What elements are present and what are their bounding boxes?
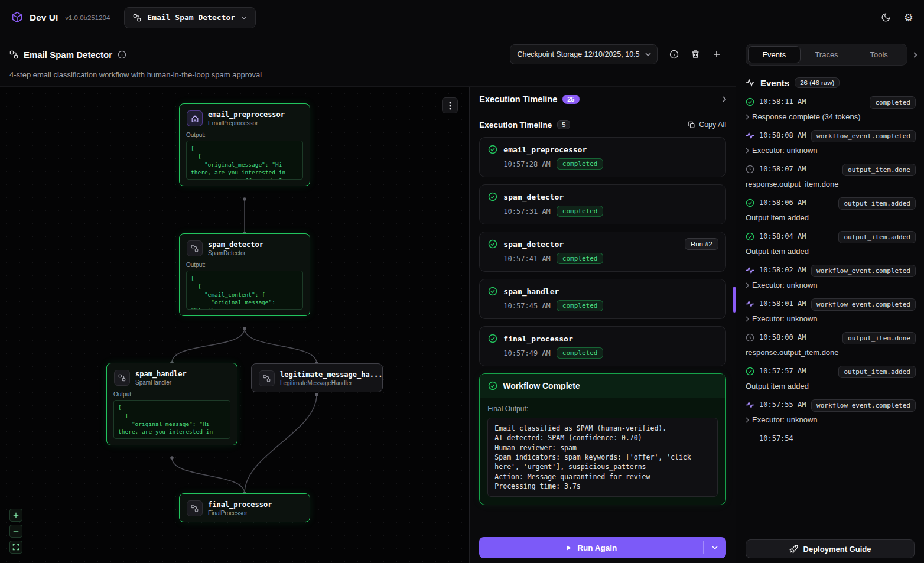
- run-options-button[interactable]: [704, 537, 726, 558]
- event-item[interactable]: 10:58:11 AM completed Response complete …: [746, 96, 916, 121]
- workflow-selector-label: Email Spam Detector: [147, 13, 235, 22]
- checkpoint-info-button[interactable]: [669, 50, 679, 59]
- chevron-right-icon[interactable]: [746, 282, 749, 288]
- run-again-split-button: Run Again: [479, 537, 726, 558]
- chevron-right-icon[interactable]: [746, 148, 749, 154]
- timeline-item[interactable]: spam_handler 10:57:45 AM completed: [479, 279, 726, 319]
- timeline-item[interactable]: final_processor 10:57:49 AM completed: [479, 326, 726, 366]
- workflow-canvas[interactable]: email_preprocessor EmailPreprocessor Out…: [0, 87, 470, 563]
- zoom-out-button[interactable]: [9, 525, 22, 538]
- zoom-in-button[interactable]: [9, 509, 22, 522]
- node-name: spam_handler: [135, 370, 187, 378]
- page-title: Email Spam Detector: [24, 50, 112, 60]
- run-number-badge: Run #2: [685, 238, 718, 250]
- collapse-panel-button[interactable]: [913, 52, 917, 58]
- status-badge: completed: [557, 158, 604, 170]
- node-spam-detector[interactable]: spam_detector SpamDetector Output: [ { "…: [179, 233, 310, 316]
- executor-name: final_processor: [503, 334, 572, 343]
- gear-icon: ⚙: [904, 12, 913, 23]
- copy-all-label: Copy All: [699, 121, 726, 129]
- check-circle-icon: [488, 145, 497, 154]
- node-name: spam_detector: [208, 240, 263, 249]
- event-type-badge: workflow_event.completed: [811, 130, 916, 142]
- collapse-timeline-button[interactable]: [723, 96, 726, 102]
- chevron-right-icon[interactable]: [746, 114, 749, 120]
- delete-button[interactable]: [691, 50, 700, 59]
- event-type-badge: workflow_event.completed: [811, 298, 916, 311]
- event-time: 10:58:02 AM: [759, 265, 806, 275]
- copy-all-button[interactable]: Copy All: [688, 121, 726, 129]
- tab-traces[interactable]: Traces: [801, 46, 853, 63]
- add-button[interactable]: [712, 50, 721, 59]
- dark-mode-toggle[interactable]: [881, 12, 891, 22]
- event-item[interactable]: 10:58:01 AM workflow_event.completed Exe…: [746, 298, 916, 323]
- node-name: legitimate_message_ha...: [280, 370, 382, 379]
- event-detail-text: Response complete (34 tokens): [752, 112, 861, 121]
- scrollbar-thumb[interactable]: [733, 287, 736, 313]
- check-circle-icon: [488, 381, 497, 390]
- tab-tools[interactable]: Tools: [853, 46, 905, 63]
- workflow-icon: [187, 240, 203, 256]
- event-detail-text: response.output_item.done: [746, 180, 839, 188]
- event-time: 10:58:11 AM: [759, 96, 865, 106]
- event-detail-text: Output item added: [746, 247, 809, 256]
- events-list[interactable]: 10:58:11 AM completed Response complete …: [736, 94, 924, 536]
- timeline-panel-title: Execution Timeline: [479, 95, 557, 104]
- executor-name: spam_detector: [503, 193, 564, 201]
- workflow-icon: [133, 14, 141, 22]
- node-final-processor[interactable]: final_processor FinalProcessor: [179, 493, 310, 522]
- node-spam-handler[interactable]: spam_handler SpamHandler Output: [ { "or…: [106, 363, 237, 445]
- event-time: 10:57:57 AM: [759, 366, 834, 376]
- events-title: Events: [760, 78, 789, 88]
- run-again-button[interactable]: Run Again: [479, 537, 703, 558]
- event-item[interactable]: 10:57:57 AM output_item.added Output ite…: [746, 366, 916, 390]
- settings-button[interactable]: ⚙: [904, 12, 913, 23]
- event-item[interactable]: 10:58:02 AM workflow_event.completed Exe…: [746, 265, 916, 289]
- event-item[interactable]: 10:57:55 AM workflow_event.completed Exe…: [746, 399, 916, 424]
- event-item[interactable]: 10:58:04 AM output_item.added Output ite…: [746, 231, 916, 256]
- chevron-right-icon[interactable]: [746, 316, 749, 322]
- panel-tabs: Events Traces Tools: [746, 44, 907, 66]
- checkpoint-select[interactable]: Checkpoint Storage 12/10/2025, 10:5: [510, 44, 658, 64]
- timeline-item[interactable]: spam_detector 10:57:31 AM completed: [479, 184, 726, 224]
- timeline-section-count-badge: 5: [557, 120, 570, 129]
- event-item[interactable]: 10:58:08 AM workflow_event.completed Exe…: [746, 130, 916, 155]
- chevron-right-icon[interactable]: [746, 417, 749, 423]
- deployment-guide-label: Deployment Guide: [803, 545, 871, 554]
- executor-name: spam_detector: [503, 240, 564, 249]
- execution-time: 10:57:28 AM: [503, 160, 550, 168]
- fit-view-button[interactable]: [9, 541, 22, 554]
- workflow-selector[interactable]: Email Spam Detector: [124, 7, 256, 28]
- execution-time: 10:57:45 AM: [503, 302, 550, 310]
- check-circle-icon: [488, 192, 497, 201]
- chevron-down-icon: [712, 546, 718, 549]
- node-legitimate-message-handler[interactable]: legitimate_message_ha... LegitimateMessa…: [251, 363, 383, 392]
- timeline-item[interactable]: email_preprocessor 10:57:28 AM completed: [479, 137, 726, 177]
- event-detail-text: Output item added: [746, 382, 809, 390]
- app-version: v1.0.0b251204: [65, 14, 110, 21]
- event-type-badge: completed: [870, 96, 916, 109]
- event-time: 10:58:01 AM: [759, 298, 806, 308]
- event-type-icon: [746, 266, 754, 275]
- tab-events[interactable]: Events: [748, 46, 801, 63]
- event-item[interactable]: 10:58:07 AM output_item.done response.ou…: [746, 164, 916, 188]
- status-badge: completed: [557, 300, 604, 311]
- event-item[interactable]: 10:57:54: [746, 433, 916, 443]
- top-bar: Dev UI v1.0.0b251204 Email Spam Detector…: [0, 0, 924, 35]
- timeline-item[interactable]: spam_detector 10:57:41 AM completed Run …: [479, 232, 726, 272]
- check-circle-icon: [488, 287, 497, 296]
- chevron-down-icon: [645, 53, 651, 56]
- execution-time: 10:57:49 AM: [503, 349, 550, 357]
- node-type: EmailPreprocessor: [208, 120, 285, 126]
- canvas-menu-button[interactable]: [442, 97, 458, 113]
- home-icon: [187, 110, 203, 126]
- deployment-guide-button[interactable]: Deployment Guide: [746, 539, 915, 558]
- node-email-preprocessor[interactable]: email_preprocessor EmailPreprocessor Out…: [179, 103, 310, 186]
- node-name: email_preprocessor: [208, 110, 285, 119]
- event-type-badge: workflow_event.completed: [811, 399, 916, 412]
- app-title: Dev UI: [30, 12, 58, 23]
- event-item[interactable]: 10:58:06 AM output_item.added Output ite…: [746, 197, 916, 222]
- workflow-info-button[interactable]: [118, 50, 126, 59]
- workflow-icon: [114, 370, 130, 386]
- event-item[interactable]: 10:58:00 AM output_item.done response.ou…: [746, 332, 916, 357]
